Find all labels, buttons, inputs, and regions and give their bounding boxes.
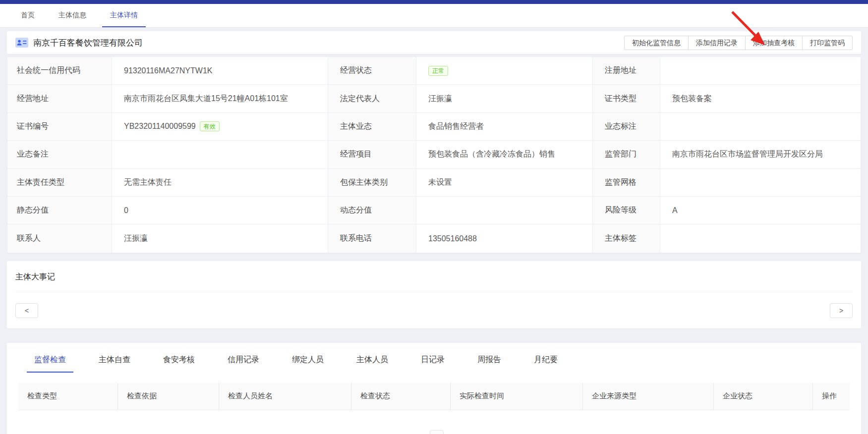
- top-tabs: 首页主体信息主体详情: [0, 4, 868, 28]
- info-value: [660, 169, 861, 197]
- info-value: 0: [112, 197, 328, 224]
- info-label: 主体标签: [593, 224, 660, 252]
- records-column-header-4: 实际检查时间: [451, 383, 583, 410]
- info-value: [112, 141, 328, 168]
- info-label: 包保主体类别: [328, 169, 416, 197]
- info-value: 无需主体责任: [112, 169, 328, 197]
- records-card: 监督检查主体自查食安考核信用记录绑定人员主体人员日记录周报告月纪要 检查类型检查…: [7, 343, 861, 434]
- info-label: 监管网格: [593, 169, 660, 197]
- records-column-header-6: 企业状态: [714, 383, 813, 410]
- top-tab-1[interactable]: 主体信息: [51, 4, 94, 27]
- record-tab-2[interactable]: 食安考核: [156, 355, 202, 373]
- events-title: 主体大事记: [15, 261, 853, 282]
- info-value: 正常: [416, 57, 593, 85]
- id-card-icon: [15, 38, 28, 48]
- events-prev-button[interactable]: <: [15, 303, 38, 318]
- page-title-company-name: 南京千百客餐饮管理有限公司: [33, 37, 143, 49]
- info-label: 动态分值: [328, 197, 416, 224]
- info-value: 未设置: [416, 169, 593, 197]
- record-tabs: 监督检查主体自查食安考核信用记录绑定人员主体人员日记录周报告月纪要: [18, 343, 850, 373]
- top-brand-strip: [0, 0, 868, 4]
- info-label: 联系人: [7, 224, 112, 252]
- records-table-header: 检查类型检查依据检查人员姓名检查状态实际检查时间企业来源类型企业状态操作: [18, 383, 850, 410]
- company-header-card: 南京千百客餐饮管理有限公司 初始化监管信息添加信用记录添加抽查考核打印监管码: [7, 31, 861, 54]
- info-value: [660, 224, 861, 252]
- header-action-button-3[interactable]: 打印监管码: [802, 36, 852, 50]
- info-value: 汪振瀛: [112, 224, 328, 252]
- info-value: 预包装备案: [660, 85, 861, 112]
- records-column-header-2: 检查人员姓名: [219, 383, 351, 410]
- record-tab-0[interactable]: 监督检查: [27, 355, 73, 373]
- events-card: 主体大事记 < >: [7, 261, 861, 328]
- info-value: YB23201140009599有效: [112, 113, 328, 141]
- info-value: 91320116MA27NYTW1K: [112, 57, 328, 85]
- records-column-header-3: 检查状态: [351, 383, 451, 410]
- info-label: 主体业态: [328, 113, 416, 141]
- info-label: 经营地址: [7, 85, 112, 112]
- record-tab-6[interactable]: 日记录: [413, 355, 452, 373]
- info-label: 监管部门: [593, 141, 660, 168]
- info-value: [660, 57, 861, 85]
- info-value: 汪振瀛: [416, 85, 593, 112]
- status-tag: 有效: [200, 121, 220, 131]
- info-value: 预包装食品（含冷藏冷冻食品）销售: [416, 141, 593, 168]
- info-label: 法定代表人: [328, 85, 416, 112]
- subject-info-table: 社会统一信用代码91320116MA27NYTW1K经营状态正常注册地址经营地址…: [7, 56, 861, 253]
- info-label: 注册地址: [593, 57, 660, 85]
- info-label: 社会统一信用代码: [7, 57, 112, 85]
- record-tab-7[interactable]: 周报告: [470, 355, 509, 373]
- info-label: 经营项目: [328, 141, 416, 168]
- records-column-header-1: 检查依据: [118, 383, 219, 410]
- events-next-button[interactable]: >: [830, 303, 853, 318]
- header-action-button-0[interactable]: 初始化监管信息: [625, 36, 688, 50]
- info-label: 风险等级: [593, 197, 660, 224]
- info-label: 业态备注: [7, 141, 112, 168]
- info-value: 13505160488: [416, 224, 593, 252]
- info-value: 食品销售经营者: [416, 113, 593, 141]
- header-action-button-2[interactable]: 添加抽查考核: [745, 36, 802, 50]
- records-column-header-5: 企业来源类型: [583, 383, 714, 410]
- info-label: 经营状态: [328, 57, 416, 85]
- record-tab-8[interactable]: 月纪要: [526, 355, 565, 373]
- info-label: 证书编号: [7, 113, 112, 141]
- chevron-right-icon: >: [839, 307, 843, 315]
- info-value: [660, 113, 861, 141]
- empty-state-peek: [430, 430, 444, 434]
- top-tab-0[interactable]: 首页: [13, 4, 43, 27]
- record-tab-3[interactable]: 信用记录: [220, 355, 267, 373]
- divider: [15, 292, 853, 292]
- info-value: [416, 197, 593, 224]
- info-label: 业态标注: [593, 113, 660, 141]
- status-tag: 正常: [428, 66, 448, 76]
- info-value: 南京市雨花台区市场监督管理局开发区分局: [660, 141, 861, 168]
- chevron-left-icon: <: [25, 307, 29, 315]
- subject-info-grid: 社会统一信用代码91320116MA27NYTW1K经营状态正常注册地址经营地址…: [7, 57, 861, 253]
- records-column-header-7: 操作: [813, 383, 850, 410]
- record-tab-4[interactable]: 绑定人员: [285, 355, 331, 373]
- info-label: 主体责任类型: [7, 169, 112, 197]
- info-label: 静态分值: [7, 197, 112, 224]
- record-tab-1[interactable]: 主体自查: [91, 355, 138, 373]
- header-action-button-1[interactable]: 添加信用记录: [688, 36, 745, 50]
- info-value: 南京市雨花台区凤集大道15号21幢A01栋101室: [112, 85, 328, 112]
- record-tab-5[interactable]: 主体人员: [349, 355, 396, 373]
- info-value: A: [660, 197, 861, 224]
- header-action-buttons: 初始化监管信息添加信用记录添加抽查考核打印监管码: [624, 36, 853, 50]
- records-column-header-0: 检查类型: [18, 383, 118, 410]
- info-label: 证书类型: [593, 85, 660, 112]
- top-tab-2[interactable]: 主体详情: [102, 4, 146, 27]
- info-label: 联系电话: [328, 224, 416, 252]
